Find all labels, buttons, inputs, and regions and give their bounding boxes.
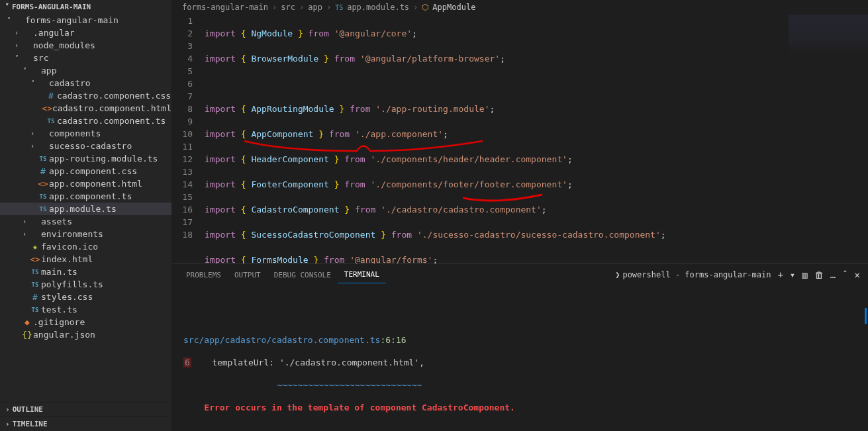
file-icon: TS bbox=[37, 193, 49, 200]
minimap[interactable] bbox=[789, 15, 868, 81]
tree-item-index-html[interactable]: <>index.html bbox=[0, 253, 171, 265]
maximize-panel-icon[interactable]: ˆ bbox=[842, 269, 847, 280]
file-icon: {} bbox=[21, 330, 33, 340]
tree-item-label: app-routing.module.ts bbox=[49, 154, 171, 164]
tree-item-label: favicon.ico bbox=[41, 242, 171, 252]
tree-item-cadastro-component-html[interactable]: <>cadastro.component.html bbox=[0, 102, 171, 115]
tree-item-assets[interactable]: ›assets bbox=[0, 215, 171, 228]
timeline-section[interactable]: › TIMELINE bbox=[0, 416, 171, 431]
tree-item-label: cadastro.component.ts bbox=[57, 116, 171, 126]
tree-item-environments[interactable]: ›environments bbox=[0, 228, 171, 240]
dropdown-icon[interactable]: ▾ bbox=[790, 269, 795, 280]
chevron-icon: ˅ bbox=[28, 79, 37, 87]
tree-item-node-modules[interactable]: ›node_modules bbox=[0, 39, 171, 52]
tree-item-label: polyfills.ts bbox=[41, 279, 171, 289]
tree-item-favicon-ico[interactable]: ★favicon.ico bbox=[0, 240, 171, 253]
tree-item-app-component-css[interactable]: #app.component.css bbox=[0, 165, 171, 177]
tree-item-app[interactable]: ˅app bbox=[0, 64, 171, 77]
tree-item-label: styles.css bbox=[41, 292, 171, 302]
new-terminal-icon[interactable]: + bbox=[777, 269, 783, 280]
kill-terminal-icon[interactable]: 🗑 bbox=[814, 269, 824, 280]
tree-item-label: components bbox=[49, 128, 171, 138]
tree-item-label: forms-angular-main bbox=[25, 15, 171, 25]
tree-item-label: app.component.html bbox=[49, 179, 171, 189]
breadcrumb-item[interactable]: app bbox=[308, 3, 322, 12]
tree-item-label: app.component.css bbox=[49, 166, 171, 176]
tree-item-src[interactable]: ˅src bbox=[0, 52, 171, 64]
file-icon: <> bbox=[29, 254, 41, 264]
tree-item--angular[interactable]: ›.angular bbox=[0, 26, 171, 39]
tab-problems[interactable]: PROBLEMS bbox=[179, 267, 228, 283]
breadcrumbs[interactable]: forms-angular-main› src› app› TS app.mod… bbox=[171, 0, 868, 15]
file-icon: <> bbox=[37, 179, 49, 189]
tree-item-test-ts[interactable]: TStest.ts bbox=[0, 303, 171, 316]
chevron-icon: › bbox=[20, 218, 29, 225]
tree-item-label: app.module.ts bbox=[49, 204, 171, 214]
file-icon: TS bbox=[45, 118, 57, 124]
file-icon: TS bbox=[29, 269, 41, 275]
code-content[interactable]: import { NgModule } from '@angular/core'… bbox=[205, 15, 868, 263]
explorer-title: FORMS-ANGULAR-MAIN bbox=[12, 3, 91, 11]
close-panel-icon[interactable]: ✕ bbox=[855, 269, 860, 280]
tree-item-cadastro-component-ts[interactable]: TScadastro.component.ts bbox=[0, 115, 171, 127]
tab-debug-console[interactable]: DEBUG CONSOLE bbox=[267, 267, 338, 283]
file-icon: TS bbox=[37, 206, 49, 213]
tree-item-cadastro-component-css[interactable]: #cadastro.component.css bbox=[0, 89, 171, 102]
tree-item-polyfills-ts[interactable]: TSpolyfills.ts bbox=[0, 278, 171, 291]
tree-item-app-component-ts[interactable]: TSapp.component.ts bbox=[0, 190, 171, 203]
chevron-icon: › bbox=[28, 130, 37, 137]
tree-item-label: angular.json bbox=[33, 330, 171, 340]
breadcrumb-item[interactable]: forms-angular-main bbox=[182, 3, 268, 12]
breadcrumb-item[interactable]: app.module.ts bbox=[347, 3, 409, 12]
tree-item-styles-css[interactable]: #styles.css bbox=[0, 291, 171, 303]
file-tree[interactable]: ˅forms-angular-main›.angular›node_module… bbox=[0, 14, 171, 402]
tree-item-angular-json[interactable]: {}angular.json bbox=[0, 328, 171, 341]
breadcrumb-item[interactable]: src bbox=[281, 3, 295, 12]
file-icon: # bbox=[37, 166, 49, 176]
tree-item-label: cadastro.component.html bbox=[52, 103, 171, 113]
split-terminal-icon[interactable]: ▥ bbox=[802, 269, 807, 280]
terminal-icon: ❯ bbox=[615, 270, 620, 279]
explorer-header[interactable]: ˅ FORMS-ANGULAR-MAIN bbox=[0, 0, 171, 14]
tree-item-label: .angular bbox=[33, 28, 171, 38]
tree-item-label: .gitignore bbox=[33, 317, 171, 327]
terminal-selector[interactable]: ❯ powershell - forms-angular-main bbox=[615, 270, 771, 279]
tree-item-label: main.ts bbox=[41, 267, 171, 277]
tab-terminal[interactable]: TERMINAL bbox=[338, 266, 386, 283]
file-icon: TS bbox=[37, 156, 49, 162]
tree-item-cadastro[interactable]: ˅cadastro bbox=[0, 77, 171, 89]
terminal-output[interactable]: src/app/cadastro/cadastro.component.ts:6… bbox=[171, 285, 868, 431]
outline-section[interactable]: › OUTLINE bbox=[0, 402, 171, 416]
tree-item-components[interactable]: ›components bbox=[0, 127, 171, 140]
ts-icon: TS bbox=[335, 4, 343, 11]
tree-item-label: app.component.ts bbox=[49, 191, 171, 201]
file-icon: ★ bbox=[29, 242, 41, 252]
tree-item-label: sucesso-cadastro bbox=[49, 141, 171, 151]
tree-item-sucesso-cadastro[interactable]: ›sucesso-cadastro bbox=[0, 140, 171, 152]
bottom-panel: PROBLEMS OUTPUT DEBUG CONSOLE TERMINAL ❯… bbox=[171, 263, 868, 431]
chevron-icon: ˅ bbox=[4, 17, 13, 24]
tree-item-app-module-ts[interactable]: TSapp.module.ts bbox=[0, 203, 171, 215]
more-icon[interactable]: … bbox=[830, 269, 836, 280]
tree-item--gitignore[interactable]: ◆.gitignore bbox=[0, 316, 171, 328]
code-editor[interactable]: 123456789101112131415161718 import { NgM… bbox=[171, 15, 868, 263]
tree-item-app-component-html[interactable]: <>app.component.html bbox=[0, 177, 171, 190]
tree-item-label: cadastro bbox=[49, 78, 171, 88]
chevron-down-icon: ˅ bbox=[5, 3, 9, 11]
timeline-label: TIMELINE bbox=[13, 420, 48, 428]
file-icon: TS bbox=[29, 307, 41, 313]
tab-output[interactable]: OUTPUT bbox=[228, 267, 267, 283]
chevron-icon: › bbox=[28, 142, 37, 150]
tree-item-app-routing-module-ts[interactable]: TSapp-routing.module.ts bbox=[0, 152, 171, 165]
chevron-icon: › bbox=[12, 42, 21, 49]
tree-item-main-ts[interactable]: TSmain.ts bbox=[0, 265, 171, 278]
tree-item-label: assets bbox=[41, 216, 171, 226]
tree-item-label: node_modules bbox=[33, 40, 171, 50]
tree-item-label: src bbox=[33, 53, 171, 63]
file-icon: ◆ bbox=[21, 317, 33, 327]
chevron-icon: ˅ bbox=[12, 54, 21, 62]
tree-item-forms-angular-main[interactable]: ˅forms-angular-main bbox=[0, 14, 171, 26]
active-terminal-indicator bbox=[865, 308, 867, 324]
breadcrumb-item[interactable]: AppModule bbox=[432, 3, 475, 12]
tree-item-label: index.html bbox=[41, 254, 171, 264]
